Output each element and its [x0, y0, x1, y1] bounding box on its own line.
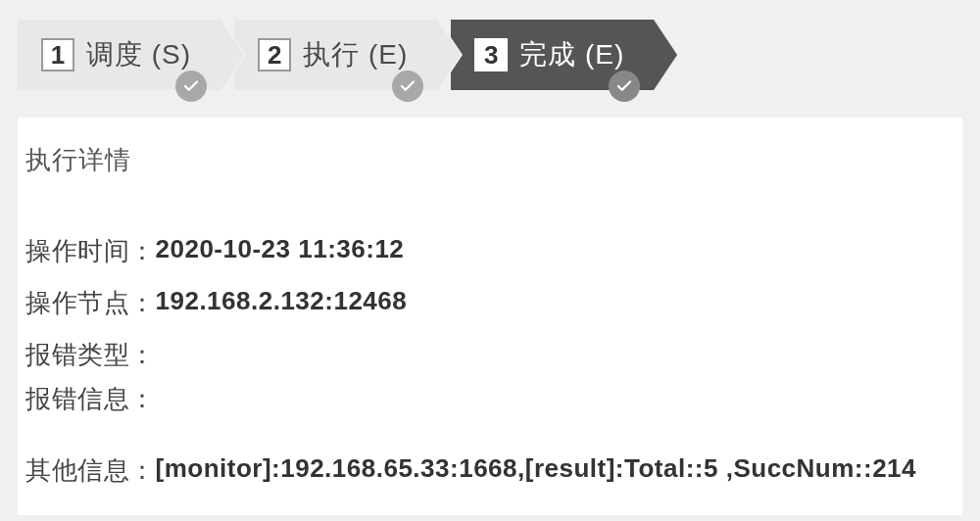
step-number: 3 — [474, 38, 508, 71]
op-time-label: 操作时间： — [25, 234, 156, 268]
panel-title: 执行详情 — [25, 143, 955, 177]
step-number: 2 — [258, 38, 291, 71]
err-type-label: 报错类型： — [25, 338, 156, 372]
step-number: 1 — [41, 38, 74, 71]
step-label: 调度 (S) — [86, 36, 191, 73]
op-node-value: 192.168.2.132:12468 — [156, 286, 408, 320]
check-icon — [175, 71, 207, 102]
row-other-info: 其他信息： [monitor]:192.168.65.33:1668,[resu… — [25, 453, 955, 488]
row-op-time: 操作时间： 2020-10-23 11:36:12 — [25, 234, 955, 268]
step-label: 完成 (E) — [519, 36, 624, 73]
step-execute[interactable]: 2 执行 (E) — [234, 20, 437, 90]
page-container: 1 调度 (S) 2 执行 (E) 3 完成 (E) 执行详情 操作时间： 20… — [0, 0, 980, 521]
check-icon — [392, 71, 423, 102]
err-info-label: 报错信息： — [25, 382, 156, 416]
step-label: 执行 (E) — [303, 36, 408, 73]
row-err-type: 报错类型： — [25, 338, 955, 372]
detail-panel: 执行详情 操作时间： 2020-10-23 11:36:12 操作节点： 192… — [18, 118, 962, 515]
step-dispatch[interactable]: 1 调度 (S) — [18, 20, 220, 90]
op-time-value: 2020-10-23 11:36:12 — [156, 234, 405, 268]
row-op-node: 操作节点： 192.168.2.132:12468 — [25, 286, 955, 320]
step-complete[interactable]: 3 完成 (E) — [451, 20, 654, 90]
row-err-info: 报错信息： — [25, 382, 955, 416]
other-info-value: [monitor]:192.168.65.33:1668,[result]:To… — [156, 453, 917, 488]
check-icon — [609, 71, 640, 102]
op-node-label: 操作节点： — [25, 286, 156, 320]
other-info-label: 其他信息： — [25, 453, 156, 488]
step-bar: 1 调度 (S) 2 执行 (E) 3 完成 (E) — [18, 20, 962, 90]
